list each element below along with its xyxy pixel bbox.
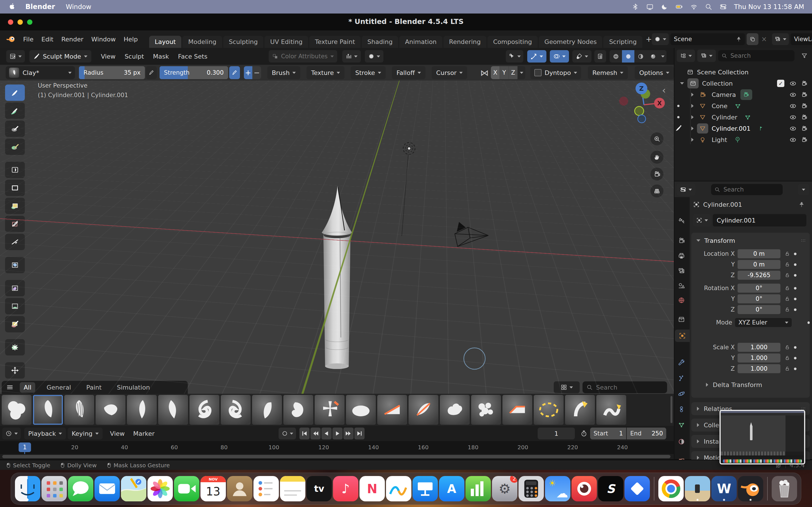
next-keyframe-button[interactable] [343,428,354,439]
viewport-menu-view[interactable]: View [101,53,116,60]
topbar-menu-render[interactable]: Render [61,36,83,43]
lock-icon[interactable] [784,344,790,350]
screenshot-preview-thumbnail[interactable] [719,410,805,464]
dyntopo-checkbox[interactable] [534,69,542,76]
scene-name-field[interactable]: Scene [670,33,745,45]
attribute-display-button[interactable] [342,50,361,62]
properties-editor-type-button[interactable] [677,183,695,196]
tab-view-layer[interactable] [675,265,688,277]
brush-thumbnail-ring-dashed[interactable] [534,395,564,425]
asset-shelf-search[interactable] [582,381,667,393]
render-preview-frame-button[interactable] [594,50,606,62]
dock-app-numbers[interactable] [465,476,491,501]
display-icon[interactable] [646,3,654,10]
lock-icon[interactable] [784,296,790,302]
disable-in-renders-toggle[interactable] [801,91,808,98]
tab-physics[interactable] [675,388,688,400]
outliner-search-input[interactable] [730,52,779,59]
outliner-row-scene-collection[interactable]: Scene Collection [674,66,812,78]
brush-thumbnail-curve[interactable] [127,395,157,425]
dock-app-apple-tv[interactable]: tv [306,476,332,501]
workspace-tab-texture-paint[interactable]: Texture Paint [309,36,361,48]
object-name-field[interactable]: Cylinder.001 [713,214,806,226]
outliner-row-cylinder-001[interactable]: Cylinder.001 [674,123,812,134]
dock-app-app-dark-s[interactable]: S [598,476,623,501]
popover-falloff[interactable]: Falloff [392,66,425,79]
topbar-menu-window[interactable]: Window [91,36,116,43]
tool-cloth[interactable] [5,257,25,273]
auto-keying-button[interactable] [278,428,296,439]
rotation-mode-dropdown[interactable]: XYZ Euler [735,318,792,327]
transform-value-field[interactable]: 0° [738,305,780,314]
timeline-editor-type-button[interactable] [2,428,21,439]
tab-object-data[interactable] [675,418,688,431]
viewport-canvas[interactable] [0,80,674,394]
outliner-row-cylinder[interactable]: Cylinder [674,112,812,123]
shading-solid-button[interactable] [622,50,635,62]
symmetry-axis-y[interactable]: Y [500,66,509,79]
tab-scene[interactable] [675,279,688,292]
popover-brush[interactable]: Brush [267,66,301,79]
show-overlays-button[interactable] [550,50,569,62]
dock-app-keynote[interactable] [412,476,438,501]
blender-logo-icon[interactable] [6,34,16,44]
hide-in-viewport-toggle[interactable] [790,136,797,144]
timeline-menu-keying[interactable]: Keying [68,428,103,439]
tool-paint[interactable] [5,103,25,119]
asset-shelf-scrollbar[interactable] [670,396,672,423]
animate-dot[interactable] [808,321,810,324]
camera-object[interactable] [455,222,488,246]
shading-material-button[interactable] [635,50,647,62]
tab-tool[interactable] [675,215,688,227]
dock-app-chrome[interactable] [658,476,684,501]
jump-to-end-button[interactable] [354,428,364,439]
previous-keyframe-button[interactable] [310,428,320,439]
add-workspace-button[interactable]: + [646,35,652,43]
show-gizmo-button[interactable] [527,50,546,62]
properties-pin-icon[interactable] [799,202,805,208]
tab-modifiers[interactable] [675,356,688,369]
dock-app-reminders[interactable] [253,476,279,501]
topbar-menu-file[interactable]: File [23,36,34,43]
dyntopo-group[interactable]: Dyntopo [530,66,581,79]
tab-material[interactable] [675,436,688,448]
transform-value-field[interactable]: 0 m [738,249,780,258]
tool-filter[interactable] [5,298,25,314]
gizmo-axis-z-neg[interactable] [638,115,646,123]
brush-thumbnail-comma[interactable] [283,395,313,425]
dock-app-maps[interactable] [121,476,146,501]
viewport-pan-button[interactable] [651,151,663,164]
timeline-ruler[interactable]: 120406080100120140160180200220240 [0,441,674,454]
transform-value-field[interactable]: -9.5265 [738,271,780,280]
disable-in-renders-toggle[interactable] [801,103,808,110]
viewport-menu-mask[interactable]: Mask [153,53,169,60]
tool-multires[interactable] [5,339,25,355]
brush-thumbnail-blobs[interactable] [2,395,32,425]
animate-dot[interactable] [794,308,797,311]
dock-app-app-blue-diamond[interactable] [624,476,650,501]
expand-chevron-icon[interactable] [691,138,694,142]
brush-thumbnail-snake-yellow[interactable] [596,395,626,425]
tool-clay[interactable] [5,138,25,155]
symmetry-chevron-button[interactable] [518,66,525,79]
disable-in-renders-toggle[interactable] [801,125,808,132]
pin-icon[interactable] [736,36,742,42]
tab-constraints[interactable] [675,403,688,415]
current-frame-field[interactable]: 1 [538,428,575,439]
tab-world[interactable] [675,294,688,306]
strength-pressure-button[interactable] [229,66,240,79]
brush-thumbnail-claw[interactable] [33,395,63,425]
menubar-menu-window[interactable]: Window [66,3,91,10]
dock-app-finder[interactable] [15,476,40,501]
topbar-menu-edit[interactable]: Edit [42,36,54,43]
frame-start-field[interactable]: Start1 [590,428,626,439]
dock-app-word[interactable]: W [711,476,737,501]
tool-cloth-grab[interactable] [5,280,25,296]
menubar-clock[interactable]: Thu Nov 13 11:58 AM [734,3,804,10]
timeline-menu-playback[interactable]: Playback [24,428,66,439]
scene-icon-button[interactable] [652,33,669,45]
tool-mask[interactable] [5,162,25,178]
use-preview-range-button[interactable] [578,428,590,439]
viewport-menu-face-sets[interactable]: Face Sets [178,53,207,60]
collection-checkbox[interactable]: ✓ [777,80,784,87]
